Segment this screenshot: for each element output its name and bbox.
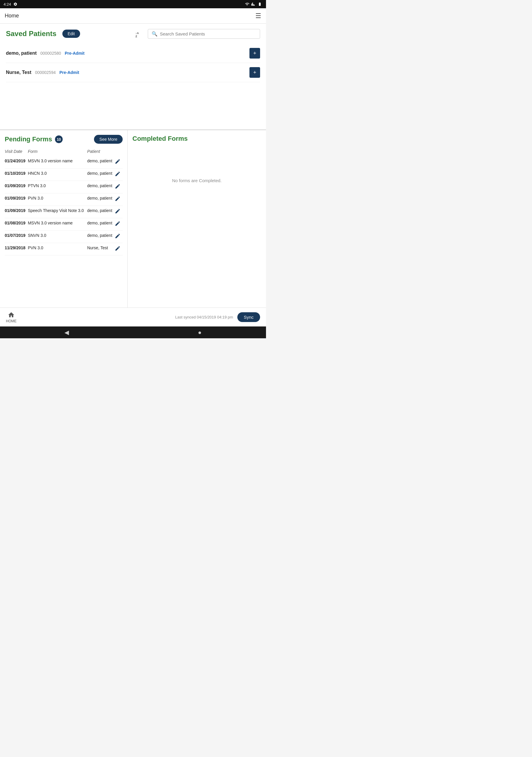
patient-cell: demo, patient xyxy=(87,194,115,206)
patient-row: demo, patient 000002580 Pre-Admit + xyxy=(6,44,260,63)
svg-text:↓A: ↓A xyxy=(135,32,139,35)
home-icon xyxy=(8,311,15,318)
edit-form-button[interactable] xyxy=(115,196,121,203)
back-button[interactable]: ◀ xyxy=(64,329,69,336)
status-bar-left: 4:24 xyxy=(4,2,17,7)
edit-icon xyxy=(115,208,121,214)
completed-forms-title: Completed Forms xyxy=(133,135,188,142)
edit-cell xyxy=(115,168,123,181)
system-nav: ◀ ● xyxy=(0,326,266,338)
saved-patients-title: Saved Patients xyxy=(6,30,56,38)
wifi-icon xyxy=(245,2,250,6)
form-name-cell: Speech Therapy Visit Note 3.0 xyxy=(28,206,87,218)
form-name-cell: MSVN 3.0 version name xyxy=(28,218,87,231)
last-synced-text: Last synced 04/15/2019 04:19 pm xyxy=(175,315,233,319)
patient-info: demo, patient 000002580 Pre-Admit xyxy=(6,50,84,56)
edit-icon xyxy=(115,221,121,227)
home-label: HOME xyxy=(6,319,16,323)
patient-cell: demo, patient xyxy=(87,206,115,218)
patient-cell: demo, patient xyxy=(87,218,115,231)
home-nav-item[interactable]: HOME xyxy=(6,311,16,323)
no-forms-message: No forms are Completed. xyxy=(133,178,261,183)
visit-date-cell: 01/08/2019 xyxy=(5,218,28,231)
edit-form-button[interactable] xyxy=(115,171,121,178)
saved-patients-section: Saved Patients Edit ↓A Z 🔍 demo, patient… xyxy=(0,24,266,130)
edit-icon xyxy=(115,233,121,239)
pre-admit-link[interactable]: Pre-Admit xyxy=(65,51,84,56)
top-nav: Home ☰ xyxy=(0,8,266,24)
edit-form-button[interactable] xyxy=(115,208,121,216)
pending-forms-header: Pending Forms 10 See More xyxy=(5,135,123,144)
status-bar-right xyxy=(245,2,262,6)
edit-icon xyxy=(115,171,121,177)
table-row: 01/09/2019 PTVN 3.0 demo, patient xyxy=(5,181,123,194)
add-form-button[interactable]: + xyxy=(250,48,260,59)
sync-area: Last synced 04/15/2019 04:19 pm Sync xyxy=(175,312,260,322)
table-row: 01/24/2019 MSVN 3.0 version name demo, p… xyxy=(5,156,123,168)
patient-id: 000002594 xyxy=(35,70,56,75)
patient-cell: demo, patient xyxy=(87,231,115,243)
edit-button[interactable]: Edit xyxy=(62,30,80,38)
form-name-cell: MSVN 3.0 version name xyxy=(28,156,87,168)
patient-name: Nurse, Test xyxy=(6,70,31,75)
edit-icon xyxy=(115,245,121,251)
edit-form-button[interactable] xyxy=(115,183,121,191)
form-name-cell: PVN 3.0 xyxy=(28,194,87,206)
pending-forms-table: Visit Date Form Patient 01/24/2019 MSVN … xyxy=(5,148,123,256)
table-row: 01/10/2019 HNCN 3.0 demo, patient xyxy=(5,168,123,181)
gear-icon xyxy=(13,2,17,6)
table-row: 01/07/2019 SNVN 3.0 demo, patient xyxy=(5,231,123,243)
add-form-button[interactable]: + xyxy=(250,67,260,78)
table-row: 01/09/2019 Speech Therapy Visit Note 3.0… xyxy=(5,206,123,218)
patient-cell: demo, patient xyxy=(87,168,115,181)
pending-forms-count: 10 xyxy=(55,136,63,143)
visit-date-cell: 01/07/2019 xyxy=(5,231,28,243)
visit-date-cell: 01/10/2019 xyxy=(5,168,28,181)
form-name-cell: PTVN 3.0 xyxy=(28,181,87,194)
sort-az-icon: ↓A Z xyxy=(135,30,143,38)
edit-icon xyxy=(115,196,121,202)
edit-cell xyxy=(115,243,123,256)
see-more-button[interactable]: See More xyxy=(94,135,123,144)
pending-forms-title: Pending Forms xyxy=(5,136,52,143)
form-name-cell: PVN 3.0 xyxy=(28,243,87,256)
patient-name: demo, patient xyxy=(6,50,37,56)
table-row: 11/29/2018 PVN 3.0 Nurse, Test xyxy=(5,243,123,256)
edit-form-button[interactable] xyxy=(115,245,121,253)
patient-row: Nurse, Test 000002594 Pre-Admit + xyxy=(6,63,260,82)
hamburger-icon[interactable]: ☰ xyxy=(255,12,261,20)
sort-az-button[interactable]: ↓A Z xyxy=(133,28,144,39)
edit-cell xyxy=(115,181,123,194)
sync-button[interactable]: Sync xyxy=(237,312,260,322)
col-patient: Patient xyxy=(87,148,115,156)
search-input[interactable] xyxy=(160,31,256,36)
signal-icon xyxy=(251,2,255,6)
visit-date-cell: 01/09/2019 xyxy=(5,194,28,206)
saved-patients-header: Saved Patients Edit ↓A Z 🔍 xyxy=(6,28,260,39)
svg-text:Z: Z xyxy=(135,35,137,38)
pre-admit-link[interactable]: Pre-Admit xyxy=(59,70,79,75)
bottom-nav: HOME Last synced 04/15/2019 04:19 pm Syn… xyxy=(0,308,266,326)
edit-form-button[interactable] xyxy=(115,159,121,166)
edit-form-button[interactable] xyxy=(115,233,121,240)
form-name-cell: SNVN 3.0 xyxy=(28,231,87,243)
edit-form-button[interactable] xyxy=(115,221,121,228)
status-bar: 4:24 xyxy=(0,0,266,8)
time-display: 4:24 xyxy=(4,2,11,7)
patients-list: demo, patient 000002580 Pre-Admit + Nurs… xyxy=(6,44,260,82)
completed-forms-panel: Completed Forms No forms are Completed. xyxy=(128,130,266,308)
home-button[interactable]: ● xyxy=(198,329,202,336)
battery-icon xyxy=(257,2,262,6)
patient-cell: demo, patient xyxy=(87,156,115,168)
edit-cell xyxy=(115,156,123,168)
patient-info: Nurse, Test 000002594 Pre-Admit xyxy=(6,70,79,75)
bottom-panels: Pending Forms 10 See More Visit Date For… xyxy=(0,130,266,308)
patient-id: 000002580 xyxy=(40,51,61,56)
edit-icon xyxy=(115,183,121,189)
completed-forms-header: Completed Forms xyxy=(133,135,261,142)
form-name-cell: HNCN 3.0 xyxy=(28,168,87,181)
search-wrapper: 🔍 xyxy=(148,29,260,39)
pending-forms-panel: Pending Forms 10 See More Visit Date For… xyxy=(0,130,128,308)
visit-date-cell: 01/09/2019 xyxy=(5,206,28,218)
edit-cell xyxy=(115,206,123,218)
